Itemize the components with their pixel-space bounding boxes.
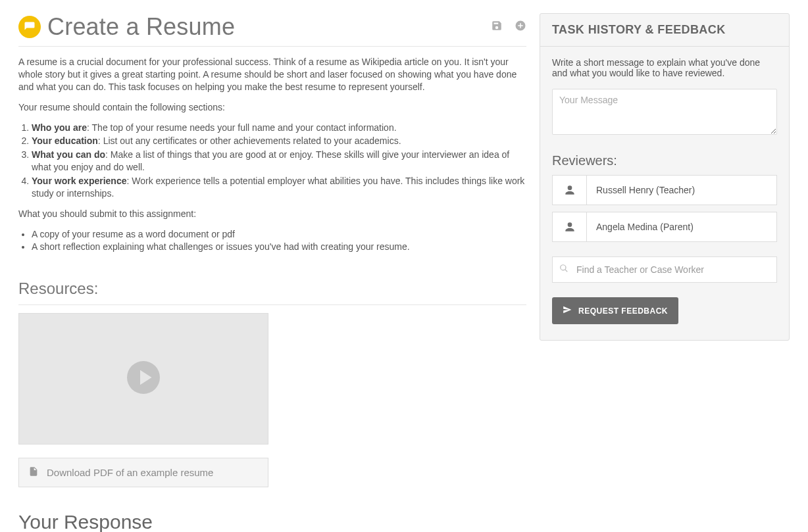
list-item: A short reflection explaining what chall… — [32, 241, 526, 253]
submit-lead: What you should submit to this assignmen… — [18, 208, 526, 220]
intro-sections-lead: Your resume should contain the following… — [18, 101, 526, 114]
add-icon[interactable] — [515, 20, 526, 34]
request-feedback-label: REQUEST FEEDBACK — [578, 306, 668, 316]
divider — [18, 304, 526, 305]
task-chat-icon — [18, 16, 41, 38]
feedback-panel-title: TASK HISTORY & FEEDBACK — [552, 23, 777, 37]
list-item: Who you are: The top of your resume need… — [32, 122, 526, 134]
paper-plane-icon — [563, 305, 572, 316]
feedback-hint: Write a short message to explain what yo… — [552, 57, 777, 78]
list-item: What you can do: Make a list of things t… — [32, 149, 526, 174]
feedback-panel: TASK HISTORY & FEEDBACK Write a short me… — [540, 13, 790, 341]
page-title: Create a Resume — [47, 13, 484, 41]
find-reviewer-input[interactable] — [575, 264, 770, 276]
download-example-button[interactable]: Download PDF of an example resume — [18, 458, 268, 487]
intro-sections-list: Who you are: The top of your resume need… — [18, 122, 526, 200]
download-example-label: Download PDF of an example resume — [47, 467, 213, 478]
save-icon[interactable] — [491, 20, 503, 34]
play-icon — [124, 358, 163, 400]
search-icon — [559, 264, 575, 276]
pdf-icon — [28, 466, 39, 479]
find-reviewer-field[interactable] — [552, 256, 777, 283]
list-item: Your education: List out any certificate… — [32, 135, 526, 147]
intro-paragraph: A resume is a crucial document for your … — [18, 56, 526, 93]
feedback-message-input[interactable] — [552, 89, 777, 135]
submit-list: A copy of your resume as a word document… — [18, 228, 526, 253]
person-icon — [553, 212, 587, 241]
person-icon — [553, 176, 587, 205]
reviewer-item[interactable]: Russell Henry (Teacher) — [552, 175, 777, 205]
request-feedback-button[interactable]: REQUEST FEEDBACK — [552, 297, 678, 324]
reviewer-name: Russell Henry (Teacher) — [587, 185, 704, 195]
resources-heading: Resources: — [18, 279, 526, 298]
reviewers-heading: Reviewers: — [552, 153, 777, 168]
resource-video-thumbnail[interactable] — [18, 313, 268, 445]
reviewer-item[interactable]: Angela Medina (Parent) — [552, 212, 777, 242]
feedback-panel-header: TASK HISTORY & FEEDBACK — [540, 14, 789, 47]
list-item: Your work experience: Work experience te… — [32, 175, 526, 200]
your-response-heading: Your Response — [18, 511, 526, 532]
list-item: A copy of your resume as a word document… — [32, 228, 526, 241]
page-header: Create a Resume — [18, 13, 526, 47]
reviewer-name: Angela Medina (Parent) — [587, 222, 703, 232]
task-description: A resume is a crucial document for your … — [18, 56, 526, 253]
